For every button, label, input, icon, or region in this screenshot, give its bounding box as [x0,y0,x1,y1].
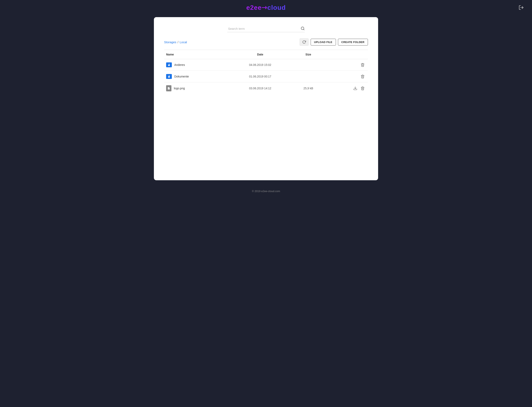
logo-text-cloud: cloud [267,4,285,11]
file-date: 01.06.2019 00:17 [229,71,292,82]
search-icon [301,26,305,31]
file-table: Name Date Size Anderes 04.06.2019 15:02 [164,50,368,94]
trash-icon [361,63,365,67]
download-icon [353,86,357,90]
create-folder-button[interactable]: CREATE FOLDER [338,39,368,46]
file-size [292,71,325,82]
logout-icon [518,5,524,10]
breadcrumb-storages-link[interactable]: Storages [164,40,176,44]
lock-icon [168,75,170,78]
folder-icon [166,74,172,79]
file-name-cell: Dokumente [164,71,229,82]
breadcrumb-separator: / [177,40,178,44]
trash-icon [361,86,365,90]
app-logo: e2ee⇾cloud [246,4,286,11]
file-actions [325,71,368,82]
file-lock-icon [167,87,170,90]
col-header-actions [325,50,368,59]
table-row: Dokumente 01.06.2019 00:17 [164,71,368,82]
breadcrumb: Storages / Local [164,40,187,44]
item-name: logo.png [174,87,185,90]
file-date: 03.06.2019 14:12 [229,82,292,94]
item-name: Dokumente [174,75,189,78]
file-actions [325,82,368,94]
search-wrapper [227,25,305,32]
logout-button[interactable] [518,5,524,10]
logo-text-e2ee: e2ee [246,4,262,11]
file-size: 25,9 kB [292,82,325,94]
file-name-cell: Anderes [164,59,229,71]
refresh-button[interactable] [300,38,308,46]
main-container: Storages / Local UPLOAD FILE CREATE FOLD… [154,17,378,180]
footer: © 2019 e2ee-cloud.com [249,186,283,196]
logo-arrow: ⇾ [262,4,267,11]
table-row: logo.png 03.06.2019 14:1225,9 kB [164,82,368,94]
delete-button[interactable] [359,86,366,91]
folder-icon [166,63,172,67]
delete-button[interactable] [359,74,366,79]
top-bar: e2ee⇾cloud [0,0,532,15]
trash-icon [361,74,365,78]
toolbar: Storages / Local UPLOAD FILE CREATE FOLD… [164,38,368,46]
delete-button[interactable] [359,62,366,68]
file-name-cell: logo.png [164,82,229,94]
col-header-date: Date [229,50,292,59]
refresh-icon [302,40,306,44]
file-actions [325,59,368,71]
upload-file-button[interactable]: UPLOAD FILE [311,39,336,46]
table-row: Anderes 04.06.2019 15:02 [164,59,368,71]
footer-text: © 2019 e2ee-cloud.com [252,190,280,193]
file-date: 04.06.2019 15:02 [229,59,292,71]
item-name: Anderes [174,63,185,66]
col-header-size: Size [292,50,325,59]
file-icon [166,85,171,91]
lock-icon [168,63,170,66]
search-area [164,25,368,32]
search-input[interactable] [227,25,305,32]
download-button[interactable] [352,86,359,91]
file-size [292,59,325,71]
table-body: Anderes 04.06.2019 15:02 Dokumente [164,59,368,94]
col-header-name: Name [164,50,229,59]
table-header: Name Date Size [164,50,368,59]
svg-line-2 [303,29,304,30]
breadcrumb-local-link[interactable]: Local [180,40,187,44]
toolbar-actions: UPLOAD FILE CREATE FOLDER [300,38,368,46]
search-button[interactable] [301,26,305,31]
